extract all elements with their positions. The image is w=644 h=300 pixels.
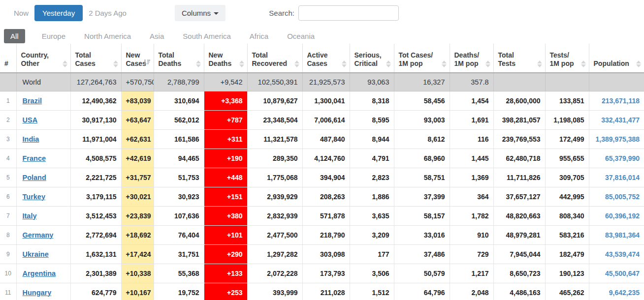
cell-tests-1m: 309,705 xyxy=(545,168,589,187)
search-input[interactable] xyxy=(298,5,399,21)
sort-arrows-icon xyxy=(485,57,490,67)
sort-arrows-icon xyxy=(386,57,391,67)
cell-active-cases: 1,300,041 xyxy=(302,91,350,110)
cell-active-cases: 394,904 xyxy=(302,168,350,187)
cell-total-deaths: 31,751 xyxy=(154,244,204,264)
column-header-new-cases[interactable]: NewCases xyxy=(121,44,154,73)
header-label-line1 xyxy=(594,51,642,60)
cell-total-cases: 127,264,763 xyxy=(70,73,121,91)
country-link[interactable]: Brazil xyxy=(23,97,42,105)
tab-africa[interactable]: Africa xyxy=(244,29,274,43)
cell-country: Turkey xyxy=(16,187,70,206)
cell-total-recovered: 10,879,627 xyxy=(247,91,302,110)
cell-serious-critical: 8,944 xyxy=(350,129,394,149)
cell-active-cases: 487,840 xyxy=(302,129,350,149)
sort-desc-icon xyxy=(143,59,151,66)
column-header-total-recovered[interactable]: TotalRecovered xyxy=(247,44,302,73)
cell-total-deaths: 94,465 xyxy=(154,149,204,168)
tab-oceania[interactable]: Oceania xyxy=(281,29,321,43)
country-link[interactable]: France xyxy=(23,154,46,162)
tab-asia[interactable]: Asia xyxy=(144,29,170,43)
cell-total-tests: 7,945,044 xyxy=(493,244,545,264)
column-header-active-cases[interactable]: ActiveCases xyxy=(302,44,350,73)
toolbar: Now Yesterday 2 Days Ago Columns Search: xyxy=(0,0,644,24)
cell-new-cases: +570,750 xyxy=(121,73,154,91)
table-row-argentina: 10Argentina2,301,389+10,33855,368+1332,0… xyxy=(0,264,644,283)
header-label-line2: Other xyxy=(21,60,67,68)
cell-new-cases: +31,757 xyxy=(121,168,154,187)
cell-tot-cases-1m: 37,486 xyxy=(394,244,450,264)
cell-total-deaths: 51,753 xyxy=(154,168,204,187)
country-link[interactable]: USA xyxy=(23,116,38,124)
column-header-tot-cases-1m-pop[interactable]: Tot Cases/1M pop xyxy=(394,44,450,73)
cell-total-deaths: 30,923 xyxy=(154,187,204,206)
column-header-population[interactable]: Population xyxy=(589,44,644,73)
column-header-serious-critical[interactable]: Serious,Critical xyxy=(350,44,394,73)
cell-country: Brazil xyxy=(16,91,70,110)
column-header-#: # xyxy=(0,44,16,73)
cell-deaths-1m: 729 xyxy=(450,244,493,264)
chevron-down-icon xyxy=(214,12,219,15)
country-link[interactable]: Italy xyxy=(23,212,37,220)
cell-total-recovered: 1,775,068 xyxy=(247,168,302,187)
two-days-ago-button[interactable]: 2 Days Ago xyxy=(83,5,132,21)
country-link[interactable]: Hungary xyxy=(23,289,52,297)
sort-arrows-icon xyxy=(113,57,118,67)
now-button[interactable]: Now xyxy=(8,5,34,21)
cell-serious-critical: 177 xyxy=(350,244,394,264)
cell-deaths-1m: 1,445 xyxy=(450,149,493,168)
tab-north-america[interactable]: North America xyxy=(78,29,137,43)
table-row-ukraine: 9Ukraine1,632,131+17,42431,751+2901,297,… xyxy=(0,244,644,264)
cell-population: 85,005,752 xyxy=(589,187,644,206)
country-link[interactable]: India xyxy=(23,135,39,143)
search-label: Search: xyxy=(269,9,294,17)
cell-total-recovered: 289,350 xyxy=(247,149,302,168)
column-header-total-cases[interactable]: TotalCases xyxy=(70,44,121,73)
country-link[interactable]: Poland xyxy=(23,174,46,181)
cell-country: India xyxy=(16,129,70,149)
header-label-line2: Tests xyxy=(498,60,542,68)
tab-europe[interactable]: Europe xyxy=(36,29,71,43)
country-link[interactable]: Turkey xyxy=(23,193,45,201)
table-row-poland: 5Poland2,221,725+31,75751,753+4481,775,0… xyxy=(0,168,644,187)
cell-rank: 8 xyxy=(0,225,16,244)
tab-all[interactable]: All xyxy=(4,29,25,43)
sort-arrows-icon xyxy=(239,57,244,67)
country-link[interactable]: Germany xyxy=(23,231,54,239)
cell-total-cases: 2,772,694 xyxy=(70,225,121,244)
cell-rank: 3 xyxy=(0,129,16,149)
header-label-line2: Critical xyxy=(354,60,391,68)
cell-active-cases: 4,124,760 xyxy=(302,149,350,168)
country-link[interactable]: Ukraine xyxy=(23,250,49,258)
cell-serious-critical: 3,209 xyxy=(350,225,394,244)
cell-new-deaths: +787 xyxy=(204,110,247,129)
column-header-total-tests[interactable]: TotalTests xyxy=(493,44,545,73)
country-link[interactable]: Argentina xyxy=(23,270,56,277)
cell-serious-critical: 2,823 xyxy=(350,168,394,187)
cell-rank: 1 xyxy=(0,91,16,110)
column-header-country-other[interactable]: Country,Other xyxy=(16,44,70,73)
cell-tot-cases-1m: 33,016 xyxy=(394,225,450,244)
column-header-tests-1m-pop[interactable]: Tests/1M pop xyxy=(545,44,589,73)
cell-new-cases: +63,647 xyxy=(121,110,154,129)
table-row-hungary: 11Hungary624,779+10,16719,752+253393,999… xyxy=(0,283,644,300)
column-header-total-deaths[interactable]: TotalDeaths xyxy=(154,44,204,73)
cell-population: 213,671,118 xyxy=(589,91,644,110)
cell-new-deaths: +311 xyxy=(204,129,247,149)
column-header-deaths-1m-pop[interactable]: Deaths/1M pop xyxy=(450,44,493,73)
header-label-line1: Serious, xyxy=(354,51,391,60)
table-header-row: #Country,OtherTotalCasesNewCasesTotalDea… xyxy=(0,44,644,73)
cell-total-recovered: 2,072,228 xyxy=(247,264,302,283)
cell-tot-cases-1m: 58,751 xyxy=(394,168,450,187)
cell-tot-cases-1m: 8,612 xyxy=(394,129,450,149)
yesterday-button[interactable]: Yesterday xyxy=(34,5,83,21)
cell-rank xyxy=(0,73,16,91)
cell-tot-cases-1m: 16,327 xyxy=(394,73,450,91)
cell-serious-critical: 3,635 xyxy=(350,206,394,225)
columns-dropdown-button[interactable]: Columns xyxy=(175,5,225,21)
column-header-new-deaths[interactable]: NewDeaths xyxy=(204,44,247,73)
table-row-france: 4France4,508,575+42,61994,465+190289,350… xyxy=(0,149,644,168)
tab-south-america[interactable]: South America xyxy=(177,29,237,43)
sort-arrows-icon xyxy=(537,57,542,67)
sort-arrows-icon xyxy=(196,57,201,67)
